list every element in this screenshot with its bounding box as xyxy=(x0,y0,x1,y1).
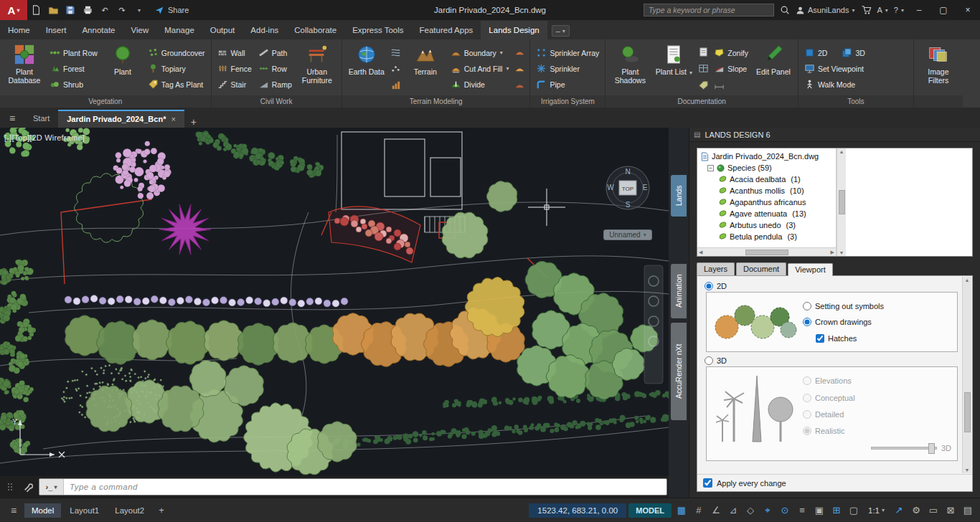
command-input[interactable]: ›_ ▾ Type a command xyxy=(39,478,667,495)
ribbon-tab-add-ins[interactable]: Add-ins xyxy=(242,21,286,39)
terrain-mound-tool-button[interactable] xyxy=(513,46,526,59)
sprinkler-button[interactable]: Sprinkler xyxy=(534,63,601,74)
new-drawing-tab-button[interactable]: + xyxy=(184,116,203,128)
species-item[interactable]: Betula pendula(3) xyxy=(700,231,834,242)
hatches-checkbox[interactable]: Hatches xyxy=(803,334,951,343)
ribbon-tab-featured-apps[interactable]: Featured Apps xyxy=(412,21,481,39)
tree-vertical-scrollbar[interactable]: ▲ ▼ xyxy=(837,148,846,256)
doc-extra-button[interactable] xyxy=(712,79,750,90)
command-prompt-icon[interactable]: ›_ ▾ xyxy=(39,479,64,495)
status-autosnap-tracking[interactable]: ⌖ xyxy=(760,503,776,518)
2d-mode-button[interactable]: 2D xyxy=(802,47,829,58)
status-workspace-switching[interactable]: ⚙ xyxy=(908,503,924,518)
ribbon-collapse-button[interactable]: – ▾ xyxy=(552,25,570,37)
compass-south[interactable]: S xyxy=(626,201,631,209)
scroll-up-icon[interactable]: ▲ xyxy=(839,149,844,154)
panel-vertical-scrollbar[interactable]: ▲ ▼ xyxy=(962,277,971,473)
drawing-viewport[interactable]: Y [-][Top][2D Wireframe] N W E S TOP xyxy=(0,128,669,476)
scroll-down-icon[interactable]: ▼ xyxy=(965,468,970,473)
palette-tab-accurender[interactable]: AccuRender nXt xyxy=(671,323,687,420)
ribbon-tab-insert[interactable]: Insert xyxy=(38,21,75,39)
scroll-left-icon[interactable]: ◀ xyxy=(699,250,702,255)
ramp-button[interactable]: Ramp xyxy=(256,79,294,90)
status-selection-cycling[interactable]: ⊞ xyxy=(829,503,844,518)
ribbon-tab-output[interactable]: Output xyxy=(202,21,243,39)
command-grip-handle[interactable] xyxy=(4,480,17,493)
terrain-extra-tool-button[interactable] xyxy=(390,46,402,59)
file-tab-menu-button[interactable]: ≡ xyxy=(0,108,24,128)
elevations-radio[interactable]: Elevations xyxy=(803,376,951,385)
panel-label-vegetation[interactable]: Vegetation xyxy=(0,95,211,108)
tree-species-group[interactable]: − Species (59) xyxy=(700,162,834,174)
species-item[interactable]: Agave attenuata(13) xyxy=(700,208,834,219)
ribbon-tab-annotate[interactable]: Annotate xyxy=(74,21,123,39)
tree-horizontal-scrollbar[interactable]: ◀ ▶ xyxy=(697,247,836,256)
layout1-tab[interactable]: Layout1 xyxy=(62,503,106,518)
urban-furniture-button[interactable]: Urban Furniture xyxy=(296,42,338,95)
path-button[interactable]: Path xyxy=(256,47,294,58)
doc-tool-button[interactable] xyxy=(697,78,710,91)
compass-north[interactable]: N xyxy=(625,168,630,176)
scroll-up-icon[interactable]: ▲ xyxy=(965,277,970,283)
terrain-mound-tool-button[interactable] xyxy=(513,78,526,91)
detailed-radio[interactable]: Detailed xyxy=(803,410,951,419)
app-logo-button[interactable]: A ▾ xyxy=(0,0,27,20)
new-layout-button[interactable]: + xyxy=(153,505,170,516)
scrollbar-thumb[interactable] xyxy=(745,250,788,255)
pipe-button[interactable]: Pipe xyxy=(534,79,601,90)
apply-every-change-checkbox[interactable]: Apply every change xyxy=(697,474,972,491)
3d-radio-input[interactable] xyxy=(705,356,713,365)
statusbar-menu-button[interactable]: ≡ xyxy=(4,505,23,516)
close-button[interactable]: × xyxy=(958,0,977,20)
ribbon-tab-home[interactable]: Home xyxy=(0,21,38,39)
terrain-button[interactable]: Terrain xyxy=(405,42,446,95)
view-compass[interactable]: N W E S TOP xyxy=(605,165,651,211)
status-ortho-mode[interactable]: ⊿ xyxy=(725,503,741,518)
close-tab-icon[interactable]: × xyxy=(171,111,175,128)
redo-button[interactable]: ↷ xyxy=(113,1,131,19)
plant-shadows-button[interactable]: Plant Shadows xyxy=(609,42,651,95)
save-button[interactable] xyxy=(62,1,79,19)
panel-label-documentation[interactable]: Documentation xyxy=(606,95,798,108)
panel-label-civil-work[interactable]: Civil Work xyxy=(212,95,341,108)
open-file-button[interactable] xyxy=(44,1,62,19)
compass-east[interactable]: E xyxy=(643,184,648,191)
layout2-tab[interactable]: Layout2 xyxy=(108,503,151,518)
status-quick-properties[interactable]: ▭ xyxy=(925,503,941,518)
crown-drawings-radio[interactable]: Crown drawings xyxy=(803,318,951,326)
status-object-snap[interactable]: ⊙ xyxy=(777,503,793,518)
compass-west[interactable]: W xyxy=(607,184,614,191)
shrub-button[interactable]: Shrub xyxy=(47,79,100,90)
panel-header[interactable]: ▤ LANDS DESIGN 6 xyxy=(689,128,980,142)
terrain-extra-tool-button[interactable] xyxy=(390,62,402,75)
search-input[interactable]: Type a keyword or phrase xyxy=(644,4,774,16)
ribbon-tab-manage[interactable]: Manage xyxy=(156,21,202,39)
3d-mode-radio[interactable]: 3D xyxy=(705,356,958,365)
image-filters-button[interactable]: Image Filters xyxy=(918,42,959,95)
panel-label-irrigation[interactable]: Irrigation System xyxy=(530,95,605,108)
panel-label-terrain-modeling[interactable]: Terrain Modeling xyxy=(342,95,530,108)
new-file-button[interactable] xyxy=(27,1,44,19)
species-item[interactable]: Arbutus unedo(3) xyxy=(700,219,834,231)
share-button[interactable]: Share xyxy=(155,6,189,15)
model-space-button[interactable]: MODEL xyxy=(628,503,672,518)
app-store-cart-icon[interactable] xyxy=(861,5,872,15)
edit-panel-button[interactable]: Edit Panel xyxy=(753,42,794,95)
walk-mode-button[interactable]: Walk Mode xyxy=(802,79,910,90)
undo-button[interactable]: ↶ xyxy=(96,1,113,19)
tag-as-plant-button[interactable]: Tag As Plant xyxy=(146,79,207,90)
zonify-button[interactable]: Zonify xyxy=(712,47,750,58)
plant-database-button[interactable]: Plant Database xyxy=(4,42,45,95)
customize-wrench-icon[interactable] xyxy=(22,480,34,493)
2d-radio-input[interactable] xyxy=(705,282,713,290)
palette-tab-animation[interactable]: Animation xyxy=(671,264,687,318)
slider-knob[interactable] xyxy=(928,443,935,454)
slope-button[interactable]: Slope xyxy=(712,63,750,74)
ribbon-tab-lands-design[interactable]: Lands Design xyxy=(481,21,547,39)
plant-row-button[interactable]: Plant Row xyxy=(47,47,100,58)
viewcube-top-label[interactable]: TOP xyxy=(622,186,633,192)
ribbon-tab-view[interactable]: View xyxy=(123,21,157,39)
species-item[interactable]: Agapanthus africanus xyxy=(700,196,834,208)
named-view-dropdown[interactable]: Unnamed ▾ xyxy=(603,229,652,240)
status-snap-mode[interactable]: # xyxy=(691,503,707,518)
